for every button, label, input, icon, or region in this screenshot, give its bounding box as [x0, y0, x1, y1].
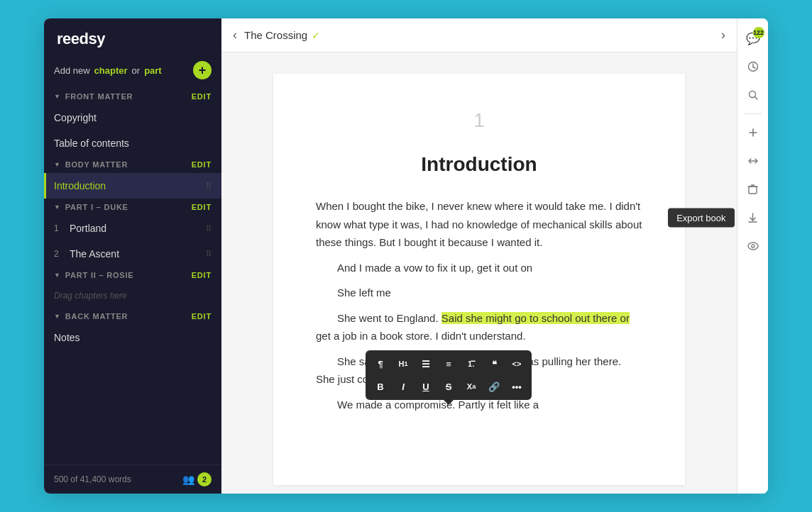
- top-bar: ‹ The Crossing ✓ ›: [221, 18, 737, 52]
- clock-svg: [747, 61, 759, 72]
- part1-header: ▼ PART I – Duke EDIT: [44, 199, 221, 216]
- word-count: 500 of 41,400 words: [54, 474, 131, 484]
- chapter-title-text: The Crossing: [244, 29, 307, 41]
- sidebar-footer: 500 of 41,400 words 👥 2: [44, 464, 221, 494]
- add-new-or: or: [132, 65, 141, 76]
- sidebar-item-introduction[interactable]: Introduction ⠿: [44, 173, 221, 199]
- arrows-svg: [747, 155, 759, 167]
- h1-button[interactable]: H1: [393, 353, 414, 374]
- body-matter-label: BODY MATTER: [65, 160, 128, 169]
- part1-edit[interactable]: EDIT: [192, 203, 212, 211]
- drag-handle-icon: ⠿: [206, 182, 212, 191]
- align-button[interactable]: ☰: [415, 353, 437, 374]
- eye-icon[interactable]: [740, 233, 766, 259]
- body-matter-header: ▼ BODY MATTER EDIT: [44, 156, 221, 173]
- trash-svg: [747, 184, 758, 195]
- back-matter-edit[interactable]: EDIT: [192, 312, 212, 321]
- front-matter-edit[interactable]: EDIT: [192, 92, 212, 101]
- paragraph-2[interactable]: And I made a vow to fix it up, get it ou…: [316, 259, 642, 277]
- part2-label: PART II – Rosie: [65, 271, 134, 279]
- portland-label: Portland: [70, 223, 106, 234]
- right-sidebar: 💬 122: [737, 18, 768, 494]
- trash-icon[interactable]: [740, 177, 766, 202]
- sidebar-item-ascent[interactable]: 2 The Ascent ⠿: [44, 241, 221, 267]
- arrows-icon[interactable]: [740, 148, 766, 174]
- bold-button[interactable]: B: [370, 376, 391, 397]
- paragraph-format-button[interactable]: ¶: [370, 353, 391, 374]
- front-matter-label: FRONT MATTER: [65, 92, 133, 101]
- part2-edit[interactable]: EDIT: [192, 271, 212, 279]
- back-button[interactable]: ‹: [233, 28, 237, 43]
- sidebar-item-toc[interactable]: Table of contents: [44, 130, 221, 156]
- chapter-heading: Introduction: [316, 153, 642, 176]
- italic-button[interactable]: I: [393, 376, 414, 397]
- chevron-down-icon: ▼: [54, 313, 61, 320]
- collaborator-badge: 2: [197, 472, 212, 486]
- clock-icon[interactable]: [740, 54, 766, 79]
- superscript-button[interactable]: Xa: [461, 376, 482, 397]
- chevron-down-icon: ▼: [54, 272, 61, 279]
- divider: [745, 113, 762, 114]
- svg-point-13: [748, 243, 758, 250]
- svg-rect-8: [749, 187, 757, 194]
- download-icon[interactable]: Export book: [740, 205, 766, 230]
- add-new-text: Add new: [54, 65, 90, 76]
- underline-button[interactable]: U: [415, 376, 437, 397]
- toolbar-row-2: B I U S Xa 🔗 •••: [370, 376, 527, 397]
- ordered-list-button[interactable]: 1.̅: [461, 353, 482, 374]
- part2-header: ▼ PART II – Rosie EDIT: [44, 267, 221, 284]
- eye-svg: [747, 242, 759, 250]
- blockquote-button[interactable]: ❝: [483, 353, 505, 374]
- add-part-link[interactable]: part: [144, 65, 162, 76]
- plus-icon[interactable]: [740, 120, 766, 145]
- sidebar-item-portland[interactable]: 1 Portland ⠿: [44, 216, 221, 241]
- back-matter-label: BACK MATTER: [65, 312, 128, 321]
- paragraph-1[interactable]: When I bought the bike, I never knew whe…: [316, 197, 642, 252]
- code-button[interactable]: <>: [506, 353, 527, 374]
- unordered-list-button[interactable]: ≡: [438, 353, 459, 374]
- strikethrough-button[interactable]: S: [438, 376, 459, 397]
- copyright-label: Copyright: [54, 112, 97, 123]
- download-svg: [747, 212, 758, 223]
- chevron-down-icon: ▼: [54, 93, 61, 100]
- collaborators[interactable]: 👥 2: [182, 472, 212, 486]
- notes-label: Notes: [54, 332, 80, 343]
- toc-label: Table of contents: [54, 138, 129, 149]
- forward-button[interactable]: ›: [721, 28, 725, 43]
- paragraph-4[interactable]: She went to England. Said she might go t…: [316, 309, 642, 345]
- editor-page[interactable]: 1 Introduction When I bought the bike, I…: [273, 74, 685, 485]
- svg-line-4: [755, 97, 757, 100]
- ascent-label: The Ascent: [70, 248, 119, 260]
- sidebar-item-notes[interactable]: Notes: [44, 325, 221, 350]
- toolbar-row-1: ¶ H1 ☰ ≡ 1.̅ ❝ <>: [370, 353, 527, 374]
- plus-svg: [747, 127, 759, 138]
- chapter-title: The Crossing ✓: [244, 29, 320, 41]
- people-icon: 👥: [182, 474, 194, 485]
- chevron-down-icon: ▼: [54, 161, 61, 168]
- link-button[interactable]: 🔗: [483, 376, 505, 397]
- body-matter-edit[interactable]: EDIT: [192, 160, 212, 169]
- add-new-button[interactable]: +: [193, 61, 212, 79]
- paragraph-3[interactable]: She left me: [316, 284, 642, 302]
- app-logo: reedsy: [44, 18, 221, 55]
- drag-placeholder: Drag chapters here: [44, 284, 221, 308]
- export-tooltip: Export book: [668, 208, 734, 228]
- chat-icon[interactable]: 💬 122: [740, 26, 766, 51]
- sidebar-item-copyright[interactable]: Copyright: [44, 105, 221, 130]
- chevron-down-icon: ▼: [54, 204, 61, 211]
- search-svg: [747, 89, 759, 101]
- add-chapter-link[interactable]: chapter: [94, 65, 128, 76]
- back-matter-header: ▼ BACK MATTER EDIT: [44, 308, 221, 325]
- front-matter-header: ▼ FRONT MATTER EDIT: [44, 88, 221, 105]
- svg-line-2: [753, 67, 755, 69]
- chat-badge: 122: [753, 27, 764, 38]
- item-num: 2: [54, 249, 64, 259]
- search-icon[interactable]: [740, 82, 766, 108]
- drag-handle-icon: ⠿: [206, 224, 212, 233]
- introduction-label: Introduction: [54, 180, 106, 191]
- editor-area[interactable]: 1 Introduction When I bought the bike, I…: [221, 52, 737, 494]
- main-content: ‹ The Crossing ✓ › 1 Introduction When I…: [221, 18, 737, 494]
- more-button[interactable]: •••: [506, 376, 527, 397]
- svg-point-14: [751, 245, 754, 247]
- check-icon: ✓: [312, 30, 320, 41]
